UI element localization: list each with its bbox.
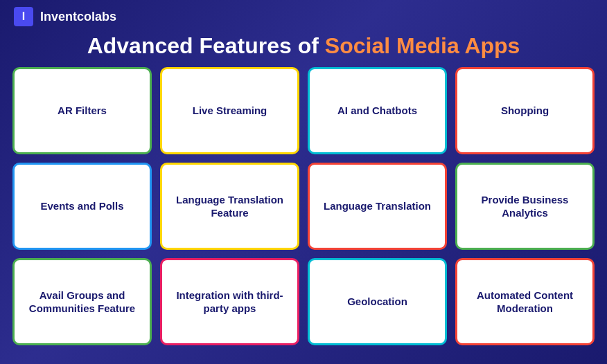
card-content-moderation: Automated Content Moderation [455,258,595,345]
card-events-polls: Events and Polls [12,163,152,250]
card-third-party-apps: Integration with third-party apps [160,258,299,345]
logo-icon: I [14,7,33,26]
card-ai-chatbots: AI and Chatbots [308,67,447,154]
title-prefix: Advanced Features of [87,33,325,58]
header: I Inventcolabs [0,0,607,29]
card-groups-communities: Avail Groups and Communities Feature [12,258,152,345]
card-lang-translation-feature: Language Translation Feature [160,163,299,250]
card-live-streaming: Live Streaming [160,67,299,154]
card-business-analytics: Provide Business Analytics [455,163,595,250]
page-title: Advanced Features of Social Media Apps [0,29,607,67]
card-shopping: Shopping [455,67,595,154]
card-ar-filters: AR Filters [12,67,152,154]
brand-name: Inventcolabs [40,10,116,24]
card-lang-translation: Language Translation [308,163,447,250]
card-geolocation: Geolocation [308,258,447,345]
features-grid: AR FiltersLive StreamingAI and ChatbotsS… [0,67,607,355]
title-highlight: Social Media Apps [325,33,520,58]
